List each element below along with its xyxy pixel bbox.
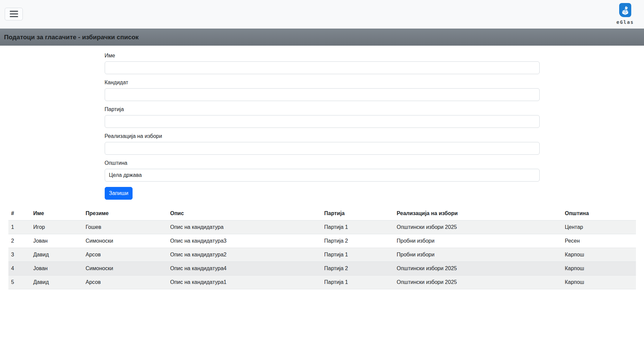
form-group-name: Име (105, 53, 540, 74)
name-label: Име (105, 53, 540, 59)
form-group-candidate: Кандидат (105, 80, 540, 101)
table-row-hovered[interactable]: 4 Јован Симоноски Опис на кандидатура4 П… (8, 262, 636, 276)
municipality-label: Општина (105, 160, 540, 166)
brand-name: eGlas (616, 19, 634, 25)
election-label: Реализација на избори (105, 133, 540, 139)
form-group-municipality: Општина (105, 160, 540, 182)
hamburger-menu-button[interactable] (5, 8, 23, 20)
col-header-municipality: Општина (562, 207, 636, 220)
candidate-label: Кандидат (105, 80, 540, 86)
table-row[interactable]: 5 Давид Арсов Опис на кандидатура1 Парти… (8, 276, 636, 289)
form-group-election: Реализација на избори (105, 133, 540, 155)
party-input[interactable] (105, 115, 540, 128)
candidates-table: # Име Презиме Опис Партија Реализација н… (8, 207, 636, 289)
name-input[interactable] (105, 61, 540, 74)
table-row[interactable]: 3 Давид Арсов Опис на кандидатура2 Парти… (8, 248, 636, 262)
col-header-party: Партија (321, 207, 394, 220)
col-header-index: # (8, 207, 31, 220)
election-input[interactable] (105, 142, 540, 155)
filter-form: Име Кандидат Партија Реализација на избо… (101, 46, 544, 200)
top-navbar: eGlas (0, 0, 644, 29)
col-header-description: Опис (167, 207, 321, 220)
candidate-input[interactable] (105, 88, 540, 101)
col-header-name: Име (31, 207, 83, 220)
party-label: Партија (105, 106, 540, 112)
table-row[interactable]: 1 Игор Гошев Опис на кандидатура Партија… (8, 220, 636, 234)
municipality-input[interactable] (105, 169, 540, 182)
table-row[interactable]: 2 Јован Симоноски Опис на кандидатура3 П… (8, 234, 636, 248)
ballot-box-icon (619, 3, 631, 18)
table-header-row: # Име Презиме Опис Партија Реализација н… (8, 207, 636, 220)
form-group-party: Партија (105, 106, 540, 128)
brand-logo[interactable]: eGlas (616, 3, 634, 25)
col-header-surname: Презиме (83, 207, 167, 220)
col-header-election: Реализација на избори (394, 207, 562, 220)
save-button[interactable]: Запиши (105, 187, 133, 200)
page-title-bar: Податоци за гласачите - избирачки список (0, 29, 644, 46)
page-title: Податоци за гласачите - избирачки список (4, 34, 139, 41)
hamburger-icon (10, 11, 18, 12)
